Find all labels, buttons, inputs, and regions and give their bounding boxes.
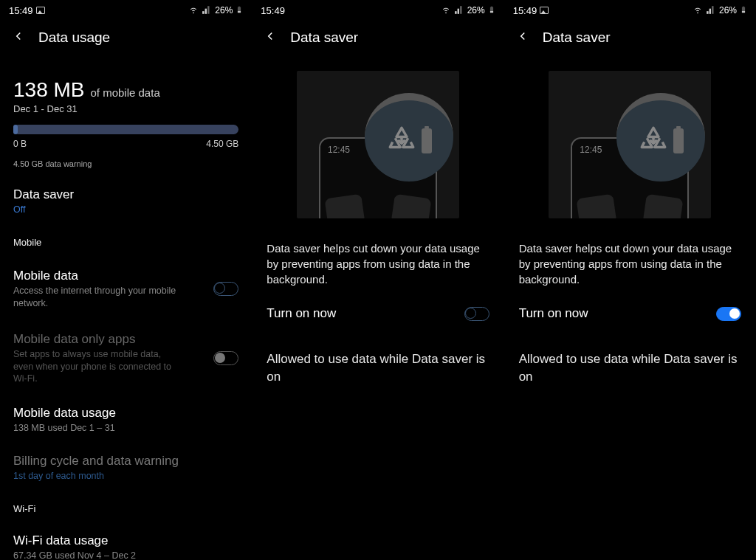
status-bar: 15:49 26% — [0, 0, 252, 21]
status-bar: 15:49 26% — [504, 0, 756, 21]
back-icon[interactable] — [516, 30, 529, 46]
back-icon[interactable] — [12, 30, 25, 46]
wifi-usage-title: Wi-Fi data usage — [13, 533, 238, 548]
back-icon[interactable] — [264, 30, 277, 46]
screen-data-usage: 15:49 26% Data usage 138 MB of mobile da… — [0, 0, 252, 560]
mobile-data-sub: Access the internet through your mobile … — [13, 285, 183, 310]
category-wifi: Wi-Fi — [13, 503, 238, 514]
data-saver-icon — [638, 124, 669, 158]
mobile-usage-title: Mobile data usage — [13, 406, 238, 421]
mobile-data-title: Mobile data — [13, 269, 183, 283]
picture-icon — [540, 7, 549, 14]
page-title: Data saver — [543, 30, 611, 46]
mobile-data-row[interactable]: Mobile data Access the internet through … — [13, 267, 238, 311]
billing-cycle-row[interactable]: Billing cycle and data warning 1st day o… — [13, 454, 238, 483]
data-usage-summary[interactable]: 138 MB of mobile data — [13, 78, 238, 102]
data-saver-illustration: 12:45 — [297, 71, 459, 218]
battery-icon — [740, 4, 747, 17]
status-time: 15:49 — [261, 5, 285, 16]
data-warning-label: 4.50 GB data warning — [13, 159, 238, 168]
data-saver-description: Data saver helps cut down your data usag… — [504, 218, 756, 287]
battery-percent: 26% — [215, 5, 233, 15]
only-apps-toggle — [213, 351, 238, 365]
picture-icon — [36, 7, 45, 14]
usage-of-label: of mobile data — [91, 86, 160, 99]
data-saver-icon — [386, 124, 417, 158]
header: Data usage — [0, 21, 252, 56]
turn-on-toggle[interactable] — [464, 307, 489, 321]
battery-shape-icon — [673, 128, 684, 153]
battery-icon — [488, 4, 495, 17]
category-mobile: Mobile — [13, 237, 238, 248]
battery-shape-icon — [422, 128, 432, 153]
usage-amount: 138 MB — [13, 78, 85, 102]
data-saver-illustration: 12:45 — [549, 71, 711, 218]
status-bar: 15:49 26% — [252, 0, 504, 21]
magnifier-circle-icon — [365, 93, 453, 182]
usage-bar[interactable] — [13, 125, 238, 134]
data-saver-row[interactable]: Data saver Off — [13, 187, 238, 216]
signal-icon — [454, 4, 464, 17]
status-time: 15:49 — [9, 5, 33, 16]
usage-bar-labels: 0 B 4.50 GB — [13, 139, 238, 149]
turn-on-row[interactable]: Turn on now — [504, 287, 756, 321]
turn-on-label: Turn on now — [519, 306, 588, 321]
wifi-icon — [693, 4, 703, 17]
signal-icon — [202, 4, 212, 17]
mobile-data-toggle[interactable] — [213, 282, 238, 296]
bar-max: 4.50 GB — [206, 139, 238, 149]
wifi-icon — [441, 4, 451, 17]
header: Data saver — [252, 21, 504, 56]
illus-time: 12:45 — [328, 145, 350, 155]
wifi-icon — [188, 4, 199, 17]
data-saver-title: Data saver — [13, 187, 238, 202]
signal-icon — [706, 4, 716, 17]
header: Data saver — [504, 21, 756, 56]
usage-bar-fill — [13, 125, 18, 134]
page-title: Data saver — [290, 30, 358, 46]
data-saver-description: Data saver helps cut down your data usag… — [252, 218, 504, 287]
wifi-usage-sub: 67.34 GB used Nov 4 – Dec 2 — [13, 550, 183, 560]
screen-data-saver-off: 15:49 26% Data saver 12:45 — [252, 0, 504, 560]
bar-min: 0 B — [13, 139, 27, 149]
data-saver-status: Off — [13, 204, 183, 216]
mobile-usage-sub: 138 MB used Dec 1 – 31 — [13, 422, 183, 435]
battery-percent: 26% — [719, 5, 737, 15]
billing-title: Billing cycle and data warning — [13, 454, 238, 469]
usage-period: Dec 1 - Dec 31 — [13, 103, 238, 114]
magnifier-circle-icon — [616, 93, 705, 182]
battery-icon — [236, 4, 243, 17]
status-time: 15:49 — [513, 5, 537, 16]
only-apps-sub: Set apps to always use mobile data, even… — [13, 348, 183, 386]
turn-on-label: Turn on now — [267, 306, 336, 321]
mobile-data-only-apps-row: Mobile data only apps Set apps to always… — [13, 331, 238, 387]
screen-data-saver-on: 15:49 26% Data saver 12:45 — [504, 0, 756, 560]
turn-on-row[interactable]: Turn on now — [252, 287, 504, 321]
illus-time: 12:45 — [580, 145, 602, 155]
wifi-data-usage-row[interactable]: Wi-Fi data usage 67.34 GB used Nov 4 – D… — [13, 533, 238, 560]
only-apps-title: Mobile data only apps — [13, 332, 183, 347]
battery-percent: 26% — [467, 5, 485, 15]
billing-sub: 1st day of each month — [13, 470, 183, 483]
allowed-apps-row[interactable]: Allowed to use data while Data saver is … — [252, 321, 504, 386]
mobile-data-usage-row[interactable]: Mobile data usage 138 MB used Dec 1 – 31 — [13, 406, 238, 435]
allowed-apps-row[interactable]: Allowed to use data while Data saver is … — [504, 321, 756, 386]
turn-on-toggle[interactable] — [716, 307, 741, 321]
page-title: Data usage — [38, 30, 110, 46]
